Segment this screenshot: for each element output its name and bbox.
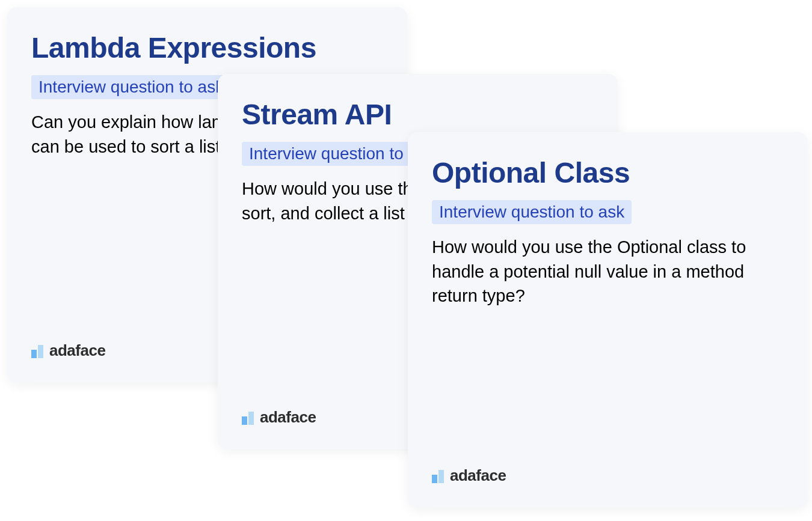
adaface-logo-icon bbox=[432, 469, 444, 483]
brand-logo: adaface bbox=[242, 408, 316, 427]
card-title: Lambda Expressions bbox=[31, 31, 383, 64]
question-text: How would you use the Optional class to … bbox=[432, 235, 784, 308]
brand-name: adaface bbox=[49, 341, 105, 360]
brand-logo: adaface bbox=[31, 341, 105, 360]
brand-name: adaface bbox=[450, 466, 506, 485]
interview-badge: Interview question to ask bbox=[432, 200, 632, 224]
interview-card: Optional Class Interview question to ask… bbox=[408, 132, 808, 508]
card-title: Stream API bbox=[242, 98, 594, 131]
adaface-logo-icon bbox=[242, 410, 254, 425]
card-title: Optional Class bbox=[432, 156, 784, 189]
adaface-logo-icon bbox=[31, 344, 43, 358]
brand-logo: adaface bbox=[432, 466, 506, 485]
brand-name: adaface bbox=[260, 408, 316, 427]
interview-badge: Interview question to ask bbox=[31, 75, 231, 99]
